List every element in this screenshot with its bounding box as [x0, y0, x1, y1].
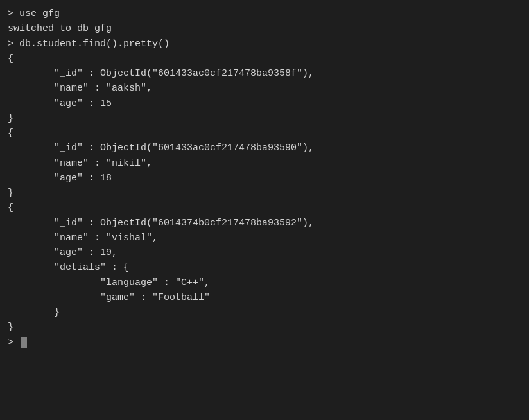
terminal-line: > db.student.find().pretty()	[8, 37, 521, 51]
terminal-line: "name" : "vishal",	[8, 231, 521, 245]
terminal-line: "age" : 18	[8, 171, 521, 186]
terminal-line: }	[8, 111, 521, 126]
terminal-line: {	[8, 51, 521, 66]
terminal-line: }	[8, 320, 521, 335]
terminal: > use gfgswitched to db gfg> db.student.…	[8, 6, 521, 420]
terminal-cursor	[21, 337, 27, 348]
terminal-line: "game" : "Football"	[8, 290, 521, 305]
terminal-line: }	[8, 186, 521, 200]
terminal-line: "_id" : ObjectId("601433ac0cf217478ba935…	[8, 66, 521, 81]
terminal-line: "age" : 15	[8, 96, 521, 111]
terminal-line: "language" : "C++",	[8, 276, 521, 290]
terminal-line: "name" : "nikil",	[8, 156, 521, 171]
terminal-line: }	[8, 305, 521, 320]
terminal-line: "_id" : ObjectId("601433ac0cf217478ba935…	[8, 141, 521, 155]
terminal-line: "detials" : {	[8, 260, 521, 275]
terminal-line: {	[8, 200, 521, 215]
terminal-line: {	[8, 126, 521, 141]
terminal-line: > use gfg	[8, 6, 521, 21]
terminal-line: "name" : "aaksh",	[8, 81, 521, 96]
terminal-line: "_id" : ObjectId("6014374b0cf217478ba935…	[8, 216, 521, 231]
terminal-line: >	[8, 335, 521, 350]
terminal-line: "age" : 19,	[8, 245, 521, 260]
terminal-line: switched to db gfg	[8, 21, 521, 36]
